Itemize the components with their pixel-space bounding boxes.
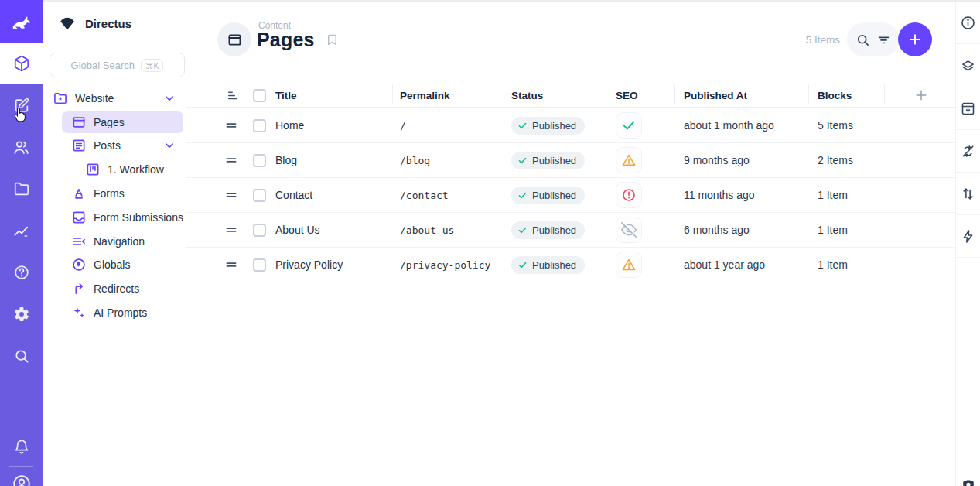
import-box-icon [960, 101, 976, 117]
filter-button[interactable] [876, 33, 891, 47]
project-name: Directus [85, 17, 131, 30]
search-icon [13, 347, 30, 364]
column-header-status[interactable]: Status [511, 83, 543, 108]
add-column-button[interactable] [913, 87, 929, 103]
sort-field-button[interactable] [956, 173, 980, 215]
select-all-checkbox[interactable] [253, 89, 266, 102]
table-row[interactable]: Privacy Policy /privacy-policy Published… [186, 248, 955, 282]
drag-handle[interactable] [224, 143, 238, 177]
row-checkbox[interactable] [253, 258, 266, 272]
global-search-input[interactable]: Global Search ⌘K [50, 53, 185, 77]
help-module[interactable] [0, 252, 43, 293]
row-title: About Us [275, 213, 320, 247]
column-header-seo[interactable]: SEO [616, 83, 638, 108]
column-header-blocks[interactable]: Blocks [818, 83, 852, 108]
bottom-sidebar-button[interactable] [956, 477, 980, 486]
seo-hidden-icon [616, 217, 642, 243]
table-row[interactable]: Home / Published about 1 month ago 5 Ite… [186, 108, 955, 143]
row-checkbox[interactable] [253, 154, 266, 167]
user-avatar[interactable] [0, 474, 43, 486]
seo-warning-icon [616, 252, 642, 278]
table-header: Title Permalink Status SEO Published At … [186, 83, 955, 108]
settings-module[interactable] [0, 293, 43, 335]
sidebar-item-label: Posts [94, 139, 121, 152]
column-header-published-at[interactable]: Published At [684, 83, 747, 108]
sync-disabled-icon [960, 143, 976, 159]
seo-warning-icon [616, 147, 642, 173]
inbox-icon [71, 210, 87, 225]
chevron-down-icon[interactable] [162, 91, 176, 105]
sidebar-item-ai-prompts[interactable]: AI Prompts [43, 301, 186, 324]
column-separator [884, 85, 885, 104]
row-blocks: 5 Items [818, 108, 853, 142]
editor-module[interactable] [0, 84, 43, 126]
sidebar-item-website[interactable]: Website [43, 87, 186, 110]
sidebar-item-navigation[interactable]: Navigation [43, 230, 186, 253]
search-placeholder: Global Search [71, 60, 135, 71]
status-label: Published [532, 259, 576, 271]
directus-app: Directus Global Search ⌘K Website Pages … [0, 0, 980, 486]
sidebar-item-redirects[interactable]: Redirects [43, 277, 186, 300]
folder-icon [13, 180, 30, 197]
settings-icon [13, 306, 30, 323]
help-icon [13, 264, 30, 281]
search-button[interactable] [855, 33, 870, 47]
status-badge: Published [511, 221, 585, 239]
column-header-title[interactable]: Title [275, 83, 297, 108]
rabbit-icon [10, 10, 33, 33]
right-sidebar [955, 2, 980, 486]
content-module[interactable] [0, 43, 43, 84]
row-checkbox[interactable] [253, 119, 266, 132]
layout-options-button[interactable] [956, 45, 980, 87]
row-blocks: 1 Item [818, 248, 848, 282]
drag-handle[interactable] [224, 108, 238, 142]
row-permalink: /contact [400, 178, 449, 212]
chevron-down-icon[interactable] [162, 139, 176, 152]
column-header-permalink[interactable]: Permalink [400, 83, 450, 108]
flows-button[interactable] [956, 215, 980, 258]
sidebar-item-posts[interactable]: Posts [43, 134, 186, 157]
plus-icon [907, 32, 923, 47]
drag-handle[interactable] [224, 248, 238, 282]
seo-pass-icon [616, 112, 642, 139]
row-published-at: about 1 year ago [684, 248, 765, 282]
row-checkbox[interactable] [253, 189, 266, 202]
info-sidebar-button[interactable] [956, 2, 980, 44]
sidebar-item-label: Form Submissions [94, 211, 183, 224]
directus-logo[interactable] [0, 0, 43, 43]
filter-icon [876, 33, 891, 47]
status-badge: Published [511, 187, 585, 204]
bookmark-icon[interactable] [325, 32, 340, 48]
sidebar-item-globals[interactable]: Globals [43, 253, 186, 276]
sidebar-item-form-submissions[interactable]: Form Submissions [43, 206, 186, 229]
column-separator [808, 85, 809, 104]
sidebar-item-pages[interactable]: Pages [43, 111, 186, 134]
notifications-button[interactable] [0, 426, 43, 467]
sidebar-item-forms[interactable]: Forms [43, 182, 186, 205]
row-title: Contact [275, 178, 312, 212]
drag-handle[interactable] [224, 213, 238, 247]
search-module[interactable] [0, 335, 43, 377]
sidebar-item-label: Forms [94, 187, 125, 200]
table-row[interactable]: Contact /contact Published 11 months ago… [186, 178, 955, 213]
bell-icon [13, 438, 30, 455]
menu-open-icon [71, 234, 87, 249]
project-header[interactable]: Directus [58, 14, 131, 33]
sync-disabled-button[interactable] [956, 130, 980, 173]
insights-module[interactable] [0, 210, 43, 252]
manual-sort-icon[interactable] [226, 88, 240, 102]
row-permalink: / [400, 108, 406, 142]
add-item-button[interactable] [898, 22, 932, 56]
title-a-icon [71, 186, 87, 201]
sidebar-item-workflow[interactable]: 1. Workflow [43, 158, 186, 181]
sidebar-item-label: Pages [94, 116, 125, 128]
files-module[interactable] [0, 168, 43, 210]
drag-handle[interactable] [224, 178, 238, 212]
edit-icon [13, 97, 30, 114]
users-module[interactable] [0, 126, 43, 168]
table-row[interactable]: Blog /blog Published 9 months ago 2 Item… [186, 143, 955, 178]
import-export-button[interactable] [956, 87, 980, 130]
avatar-icon [12, 474, 32, 486]
row-checkbox[interactable] [253, 224, 266, 237]
table-row[interactable]: About Us /about-us Published 6 months ag… [186, 213, 955, 248]
